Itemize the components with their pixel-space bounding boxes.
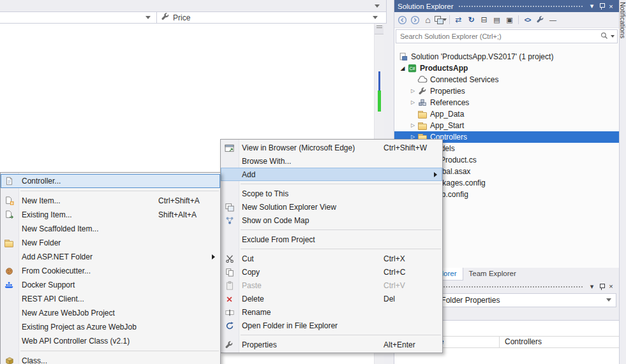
menu-item-scope-to-this[interactable]: Scope to This [221, 187, 442, 200]
menu-item-rest-api-client[interactable]: REST API Client... [1, 292, 220, 306]
pencil-icon[interactable] [547, 14, 559, 26]
chevron-down-icon [145, 16, 151, 19]
new-solution-explorer-view-icon [224, 202, 235, 212]
refresh-icon[interactable] [465, 14, 477, 26]
menu-item-from-cookiecutter[interactable]: From Cookiecutter... [1, 264, 220, 278]
menu-item-web-api-controller-class[interactable]: Web API Controller Class (v2.1) [1, 334, 220, 348]
menu-item-existing-project-as-azure-webjob[interactable]: Existing Project as Azure WebJob [1, 320, 220, 334]
forward-icon[interactable] [409, 14, 421, 26]
menu-item-new-scaffolded-item[interactable]: New Scaffolded Item... [1, 222, 220, 236]
property-value-cell[interactable]: Controllers [500, 337, 619, 347]
menu-item-show-on-code-map[interactable]: Show on Code Map [221, 214, 442, 227]
folder-icon [417, 120, 428, 131]
menu-item-view-in-browser[interactable]: View in Browser (Microsoft Edge) Ctrl+Sh… [221, 141, 442, 154]
solution-explorer-titlebar[interactable]: Solution Explorer ▾ × [394, 0, 619, 12]
menu-item-delete[interactable]: Delete Del [221, 292, 442, 305]
menu-item-paste[interactable]: Paste Ctrl+V [221, 279, 442, 292]
expander-collapsed-icon[interactable]: ▷ [408, 120, 417, 131]
menu-item-add-aspnet-folder[interactable]: Add ASP.NET Folder [1, 250, 220, 264]
wrench-icon [417, 86, 428, 96]
properties-wrench-icon[interactable] [534, 14, 546, 26]
menu-item-class[interactable]: Class... [1, 354, 220, 364]
search-icon[interactable] [600, 32, 608, 41]
menu-item-new-solution-explorer-view[interactable]: New Solution Explorer View [221, 200, 442, 214]
menu-separator [20, 191, 219, 191]
toolbar-separator [518, 15, 519, 24]
chevron-down-icon [373, 16, 378, 19]
close-icon[interactable]: × [606, 1, 616, 11]
menu-item-browse-with[interactable]: Browse With... [221, 154, 442, 168]
tree-item-app-data[interactable]: App_Data [394, 108, 619, 120]
search-box [396, 29, 618, 43]
close-icon[interactable]: × [606, 282, 616, 291]
cookiecutter-icon [4, 266, 15, 276]
tree-item-label: Product.cs [440, 156, 477, 164]
expander-collapsed-icon[interactable]: ▷ [408, 85, 417, 97]
folder-icon [417, 109, 428, 119]
window-position-icon[interactable]: ▾ [587, 1, 597, 11]
tree-item-label: Properties [430, 87, 465, 96]
docker-icon [4, 280, 15, 290]
menu-item-new-item[interactable]: New Item... Ctrl+Shift+A [1, 194, 220, 208]
chevron-down-icon [606, 298, 611, 302]
tab-team-explorer[interactable]: Team Explorer [463, 268, 522, 280]
references-icon [417, 98, 428, 108]
add-submenu: Controller... New Item... Ctrl+Shift+A E… [0, 172, 221, 364]
menu-item-new-azure-webjob-project[interactable]: New Azure WebJob Project [1, 306, 220, 320]
menu-item-new-folder[interactable]: New Folder [1, 236, 220, 250]
pin-icon[interactable] [597, 1, 606, 11]
connected-services-cloud-icon [417, 75, 428, 85]
menu-item-controller[interactable]: Controller... [1, 174, 220, 188]
view-in-browser-icon [224, 143, 235, 153]
switch-views-icon[interactable] [435, 14, 447, 26]
tree-item-connected-services[interactable]: Connected Services [394, 74, 619, 85]
pin-icon[interactable] [597, 282, 606, 291]
sync-with-active-document-icon[interactable] [452, 14, 465, 26]
submenu-arrow-icon [434, 172, 437, 177]
home-icon[interactable] [422, 14, 434, 26]
wrench-icon [161, 13, 170, 23]
expander-expanded-icon[interactable]: ◢ [398, 62, 407, 74]
menu-item-exclude-from-project[interactable]: Exclude From Project [221, 233, 442, 246]
scrollbar-change-marker-blue [378, 71, 380, 91]
menu-item-copy[interactable]: Copy Ctrl+C [221, 265, 442, 279]
menu-item-properties[interactable]: Properties Alt+Enter [221, 338, 442, 351]
open-folder-icon [224, 321, 235, 331]
dropdown-caret-icon[interactable] [611, 35, 615, 38]
view-code-icon[interactable] [521, 14, 533, 26]
properties-wrench-icon [224, 340, 235, 350]
menu-item-cut[interactable]: Cut Ctrl+X [221, 252, 442, 265]
tree-item-references[interactable]: ▷ References [394, 97, 619, 108]
tree-item-properties[interactable]: ▷ Properties [394, 85, 619, 97]
menu-item-open-folder-in-file-explorer[interactable]: Open Folder in File Explorer [221, 319, 442, 332]
solution-icon [398, 52, 408, 62]
class-dropdown[interactable] [0, 12, 157, 24]
menu-item-existing-item[interactable]: Existing Item... Shift+Alt+A [1, 208, 220, 222]
search-input[interactable] [399, 33, 599, 40]
notifications-sidebar-tab[interactable]: Notifications [619, 0, 626, 364]
tree-item-productsapp[interactable]: ◢ C# ProductsApp [394, 62, 619, 74]
member-dropdown-value: Price [173, 13, 190, 22]
controller-document-icon [4, 176, 15, 186]
scrollbar-change-marker-green [378, 91, 381, 112]
preview-selected-items-icon[interactable] [503, 14, 516, 26]
submenu-arrow-icon [212, 254, 215, 259]
show-all-files-icon[interactable] [491, 14, 503, 26]
menu-item-docker-support[interactable]: Docker Support [1, 278, 220, 292]
collapse-all-icon[interactable] [478, 14, 490, 26]
menu-separator [241, 249, 441, 249]
tree-item-solution[interactable]: Solution 'ProductsApp.VS2017' (1 project… [394, 51, 619, 62]
back-icon[interactable] [396, 14, 408, 26]
class-icon [4, 356, 15, 364]
project-dropdown[interactable] [0, 0, 386, 12]
member-dropdown[interactable]: Price [157, 12, 386, 24]
scrollbar-splitter-handle[interactable] [375, 25, 384, 34]
tree-item-app-start[interactable]: ▷ App_Start [394, 120, 619, 131]
window-position-icon[interactable]: ▾ [587, 282, 597, 291]
expander-collapsed-icon[interactable]: ▷ [408, 97, 417, 108]
svg-text:C#: C# [410, 66, 415, 71]
menu-item-add[interactable]: Add [221, 168, 442, 181]
titlebar-grip [458, 4, 583, 8]
tree-item-label: App_Start [430, 121, 464, 130]
menu-item-rename[interactable]: Rename [221, 305, 442, 319]
